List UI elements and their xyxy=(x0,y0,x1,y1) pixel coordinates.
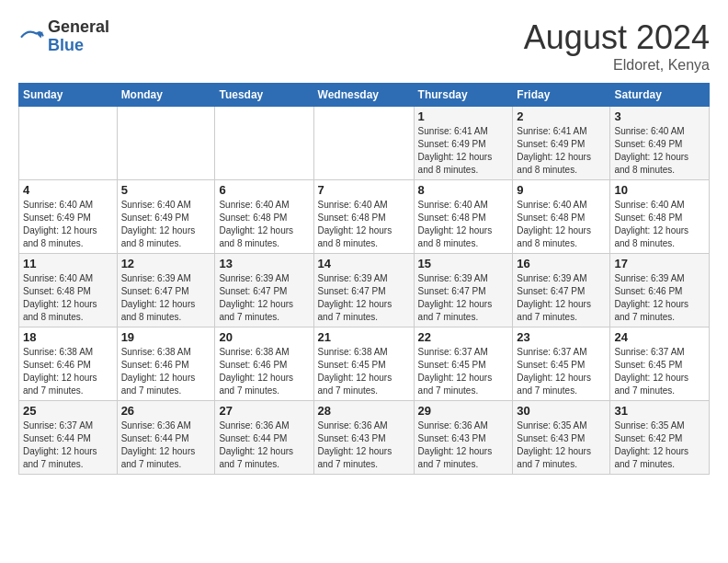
day-of-week-header: Thursday xyxy=(414,84,513,107)
calendar-day-cell: 13Sunrise: 6:39 AM Sunset: 6:47 PM Dayli… xyxy=(215,254,313,327)
day-info: Sunrise: 6:39 AM Sunset: 6:47 PM Dayligh… xyxy=(318,272,410,324)
calendar-day-cell: 5Sunrise: 6:40 AM Sunset: 6:49 PM Daylig… xyxy=(117,180,215,254)
day-info: Sunrise: 6:36 AM Sunset: 6:43 PM Dayligh… xyxy=(318,419,410,471)
day-info: Sunrise: 6:41 AM Sunset: 6:49 PM Dayligh… xyxy=(517,125,606,177)
month-title: August 2024 xyxy=(524,18,710,57)
calendar-day-cell: 6Sunrise: 6:40 AM Sunset: 6:48 PM Daylig… xyxy=(215,180,313,254)
day-number: 19 xyxy=(121,330,211,344)
calendar-week-row: 25Sunrise: 6:37 AM Sunset: 6:44 PM Dayli… xyxy=(19,401,710,475)
day-number: 11 xyxy=(23,257,113,270)
calendar-day-cell: 16Sunrise: 6:39 AM Sunset: 6:47 PM Dayli… xyxy=(513,254,610,327)
day-info: Sunrise: 6:38 AM Sunset: 6:46 PM Dayligh… xyxy=(121,346,211,397)
calendar-day-cell: 22Sunrise: 6:37 AM Sunset: 6:45 PM Dayli… xyxy=(414,327,513,401)
day-of-week-header: Sunday xyxy=(19,84,118,107)
day-number: 24 xyxy=(614,330,705,344)
day-info: Sunrise: 6:39 AM Sunset: 6:47 PM Dayligh… xyxy=(418,272,509,324)
day-number: 18 xyxy=(23,330,113,344)
calendar-header-row: SundayMondayTuesdayWednesdayThursdayFrid… xyxy=(19,84,710,107)
day-number: 10 xyxy=(614,183,705,197)
day-of-week-header: Saturday xyxy=(610,84,710,107)
calendar-day-cell xyxy=(215,107,313,180)
calendar-day-cell: 29Sunrise: 6:36 AM Sunset: 6:43 PM Dayli… xyxy=(414,401,513,475)
logo-blue-text: Blue xyxy=(48,37,109,55)
calendar-day-cell: 9Sunrise: 6:40 AM Sunset: 6:48 PM Daylig… xyxy=(513,180,610,254)
day-number: 22 xyxy=(418,330,509,344)
calendar-day-cell: 25Sunrise: 6:37 AM Sunset: 6:44 PM Dayli… xyxy=(19,401,118,475)
calendar-day-cell: 19Sunrise: 6:38 AM Sunset: 6:46 PM Dayli… xyxy=(117,327,215,401)
logo-icon xyxy=(18,24,44,50)
day-info: Sunrise: 6:39 AM Sunset: 6:47 PM Dayligh… xyxy=(121,272,211,324)
calendar-day-cell: 8Sunrise: 6:40 AM Sunset: 6:48 PM Daylig… xyxy=(414,180,513,254)
day-number: 1 xyxy=(418,109,509,123)
calendar-day-cell: 23Sunrise: 6:37 AM Sunset: 6:45 PM Dayli… xyxy=(513,327,610,401)
day-info: Sunrise: 6:40 AM Sunset: 6:48 PM Dayligh… xyxy=(614,199,705,250)
calendar-day-cell: 17Sunrise: 6:39 AM Sunset: 6:46 PM Dayli… xyxy=(610,254,710,327)
day-number: 7 xyxy=(318,183,410,197)
day-number: 13 xyxy=(219,257,309,270)
day-info: Sunrise: 6:37 AM Sunset: 6:45 PM Dayligh… xyxy=(614,346,705,397)
day-number: 6 xyxy=(219,183,309,197)
calendar-day-cell: 3Sunrise: 6:40 AM Sunset: 6:49 PM Daylig… xyxy=(610,107,710,180)
calendar-day-cell: 10Sunrise: 6:40 AM Sunset: 6:48 PM Dayli… xyxy=(610,180,710,254)
day-info: Sunrise: 6:40 AM Sunset: 6:48 PM Dayligh… xyxy=(318,199,410,250)
day-number: 25 xyxy=(23,404,113,418)
logo: General Blue xyxy=(18,18,109,55)
day-info: Sunrise: 6:37 AM Sunset: 6:45 PM Dayligh… xyxy=(517,346,606,397)
day-info: Sunrise: 6:36 AM Sunset: 6:44 PM Dayligh… xyxy=(219,419,309,471)
day-number: 17 xyxy=(614,257,705,270)
day-number: 2 xyxy=(517,109,606,123)
day-of-week-header: Monday xyxy=(117,84,215,107)
day-number: 9 xyxy=(517,183,606,197)
calendar-day-cell: 11Sunrise: 6:40 AM Sunset: 6:48 PM Dayli… xyxy=(19,254,118,327)
day-info: Sunrise: 6:38 AM Sunset: 6:45 PM Dayligh… xyxy=(318,346,410,397)
calendar-day-cell: 21Sunrise: 6:38 AM Sunset: 6:45 PM Dayli… xyxy=(313,327,414,401)
day-number: 28 xyxy=(318,404,410,418)
day-info: Sunrise: 6:39 AM Sunset: 6:47 PM Dayligh… xyxy=(517,272,606,324)
calendar-day-cell: 24Sunrise: 6:37 AM Sunset: 6:45 PM Dayli… xyxy=(610,327,710,401)
calendar-day-cell xyxy=(117,107,215,180)
calendar-day-cell: 14Sunrise: 6:39 AM Sunset: 6:47 PM Dayli… xyxy=(313,254,414,327)
calendar-day-cell: 7Sunrise: 6:40 AM Sunset: 6:48 PM Daylig… xyxy=(313,180,414,254)
day-info: Sunrise: 6:40 AM Sunset: 6:48 PM Dayligh… xyxy=(517,199,606,250)
day-info: Sunrise: 6:35 AM Sunset: 6:42 PM Dayligh… xyxy=(614,419,705,471)
calendar-week-row: 11Sunrise: 6:40 AM Sunset: 6:48 PM Dayli… xyxy=(19,254,710,327)
day-number: 20 xyxy=(219,330,309,344)
location-subtitle: Eldoret, Kenya xyxy=(524,57,710,74)
day-info: Sunrise: 6:40 AM Sunset: 6:48 PM Dayligh… xyxy=(219,199,309,250)
calendar-table: SundayMondayTuesdayWednesdayThursdayFrid… xyxy=(18,83,710,475)
day-number: 26 xyxy=(121,404,211,418)
day-info: Sunrise: 6:39 AM Sunset: 6:46 PM Dayligh… xyxy=(614,272,705,324)
day-info: Sunrise: 6:40 AM Sunset: 6:49 PM Dayligh… xyxy=(614,125,705,177)
day-number: 16 xyxy=(517,257,606,270)
logo-general-text: General xyxy=(48,18,109,37)
day-info: Sunrise: 6:41 AM Sunset: 6:49 PM Dayligh… xyxy=(418,125,509,177)
day-number: 15 xyxy=(418,257,509,270)
day-of-week-header: Wednesday xyxy=(313,84,414,107)
day-number: 27 xyxy=(219,404,309,418)
day-info: Sunrise: 6:40 AM Sunset: 6:48 PM Dayligh… xyxy=(23,272,113,324)
day-info: Sunrise: 6:37 AM Sunset: 6:44 PM Dayligh… xyxy=(23,419,113,471)
day-of-week-header: Tuesday xyxy=(215,84,313,107)
day-info: Sunrise: 6:40 AM Sunset: 6:49 PM Dayligh… xyxy=(23,199,113,250)
day-info: Sunrise: 6:36 AM Sunset: 6:44 PM Dayligh… xyxy=(121,419,211,471)
day-number: 8 xyxy=(418,183,509,197)
day-number: 12 xyxy=(121,257,211,270)
day-number: 23 xyxy=(517,330,606,344)
day-of-week-header: Friday xyxy=(513,84,610,107)
day-info: Sunrise: 6:40 AM Sunset: 6:49 PM Dayligh… xyxy=(121,199,211,250)
calendar-day-cell: 2Sunrise: 6:41 AM Sunset: 6:49 PM Daylig… xyxy=(513,107,610,180)
calendar-day-cell: 31Sunrise: 6:35 AM Sunset: 6:42 PM Dayli… xyxy=(610,401,710,475)
day-info: Sunrise: 6:38 AM Sunset: 6:46 PM Dayligh… xyxy=(23,346,113,397)
title-area: August 2024 Eldoret, Kenya xyxy=(524,18,710,74)
day-number: 5 xyxy=(121,183,211,197)
day-number: 4 xyxy=(23,183,113,197)
day-info: Sunrise: 6:38 AM Sunset: 6:46 PM Dayligh… xyxy=(219,346,309,397)
calendar-day-cell: 26Sunrise: 6:36 AM Sunset: 6:44 PM Dayli… xyxy=(117,401,215,475)
day-number: 29 xyxy=(418,404,509,418)
calendar-day-cell: 12Sunrise: 6:39 AM Sunset: 6:47 PM Dayli… xyxy=(117,254,215,327)
calendar-day-cell xyxy=(19,107,118,180)
calendar-week-row: 1Sunrise: 6:41 AM Sunset: 6:49 PM Daylig… xyxy=(19,107,710,180)
day-info: Sunrise: 6:37 AM Sunset: 6:45 PM Dayligh… xyxy=(418,346,509,397)
calendar-day-cell: 30Sunrise: 6:35 AM Sunset: 6:43 PM Dayli… xyxy=(513,401,610,475)
day-info: Sunrise: 6:40 AM Sunset: 6:48 PM Dayligh… xyxy=(418,199,509,250)
